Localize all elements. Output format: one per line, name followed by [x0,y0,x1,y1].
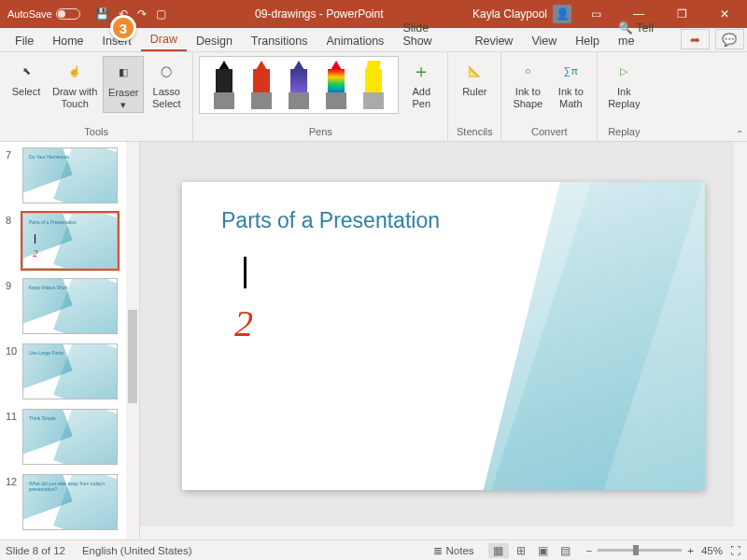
zoom-level[interactable]: 45% [701,545,723,556]
user-name[interactable]: Kayla Claypool [472,7,547,21]
group-tools: ⬉ Select ☝ Draw with Touch ◧ Eraser▾ ◯ L… [0,52,193,141]
tab-help[interactable]: Help [566,30,609,51]
group-replay: ▷ Ink Replay Replay [598,52,650,141]
eraser-icon: ◧ [110,59,136,85]
eraser-button[interactable]: ◧ Eraser▾ [103,56,144,113]
tab-design[interactable]: Design [187,30,242,51]
pen-black[interactable] [205,61,243,109]
plus-icon: ＋ [408,58,434,84]
thumb-number: 12 [6,474,22,530]
comments-button[interactable]: 💬 [715,29,744,49]
slide-thumbnails[interactable]: 7 Do Your Homework 8 Parts of a Presenta… [0,142,140,539]
ink-to-shape-button[interactable]: ○ Ink to Shape [507,56,548,111]
normal-view-icon[interactable]: ▦ [488,543,509,558]
tab-file[interactable]: File [6,30,43,51]
zoom-out-button[interactable]: − [586,545,593,556]
lasso-select-button[interactable]: ◯ Lasso Select [146,56,187,111]
close-icon[interactable]: ✕ [706,0,743,28]
pen-rainbow[interactable] [317,61,355,109]
user-avatar-icon[interactable]: 👤 [553,5,571,23]
ink-shape-icon: ○ [514,58,541,84]
thumbnail-slide[interactable]: 11 Think Simple [6,409,139,465]
tab-review[interactable]: Review [465,30,522,51]
pen-red[interactable] [243,61,280,109]
tab-view[interactable]: View [522,30,566,51]
ribbon: ⬉ Select ☝ Draw with Touch ◧ Eraser▾ ◯ L… [0,52,747,142]
share-button[interactable]: ➦ [681,29,710,49]
add-pen-button[interactable]: ＋ Add Pen [401,56,442,111]
ink-math-icon: ∑π [557,58,584,84]
thumbnail-scrollbar[interactable] [126,142,139,539]
play-icon: ▷ [611,58,637,84]
toggle-off-icon [56,8,80,20]
tell-me[interactable]: 🔍 Tell me [609,16,678,51]
thumb-number: 10 [6,343,22,399]
start-slideshow-icon[interactable]: ▢ [156,7,166,21]
autosave-toggle[interactable]: AutoSave [7,8,80,20]
tab-home[interactable]: Home [43,30,92,51]
group-label-stencils: Stencils [454,126,495,139]
zoom-in-button[interactable]: + [687,545,694,556]
cursor-icon: ⬉ [13,58,39,84]
touch-icon: ☝ [62,58,88,84]
status-bar: Slide 8 of 12 English (United States) ≣ … [0,539,747,560]
ruler-icon: 📐 [461,58,487,84]
thumbnail-slide[interactable]: 9 Keep Videos Short [6,278,139,334]
slide-counter[interactable]: Slide 8 of 12 [6,545,65,556]
ink-stroke-2[interactable]: 2 [234,301,253,345]
lasso-icon: ◯ [153,58,179,84]
notes-button[interactable]: ≣ Notes [433,544,473,557]
sorter-view-icon[interactable]: ⊞ [511,543,531,558]
group-convert: ○ Ink to Shape ∑π Ink to Math Convert [501,52,598,141]
autosave-label: AutoSave [7,8,52,20]
slideshow-view-icon[interactable]: ▤ [556,543,576,558]
thumbnail-slide[interactable]: 8 Parts of a Presentation 2 [6,213,139,269]
tab-transitions[interactable]: Transitions [242,30,317,51]
select-button[interactable]: ⬉ Select [6,56,47,100]
tab-slideshow[interactable]: Slide Show [393,17,465,51]
ink-to-math-button[interactable]: ∑π Ink to Math [550,56,591,111]
slide-title[interactable]: Parts of a Presentation [221,208,440,233]
workspace: 7 Do Your Homework 8 Parts of a Presenta… [0,142,747,539]
thumb-number: 11 [6,409,22,465]
thumb-number: 8 [6,213,22,269]
group-pens: ＋ Add Pen Pens [193,52,448,141]
thumbnail-slide[interactable]: 12 What did you take away from today's p… [6,474,139,530]
canvas-scrollbar-horizontal[interactable] [140,526,734,539]
ink-stroke-1[interactable] [244,257,247,288]
thumb-number: 7 [6,147,22,203]
tab-draw[interactable]: Draw [141,28,187,51]
reading-view-icon[interactable]: ▣ [533,543,554,558]
fit-to-window-icon[interactable]: ⛶ [730,545,741,556]
group-stencils: 📐 Ruler Stencils [448,52,501,141]
save-icon[interactable]: 💾 [95,7,109,21]
redo-icon[interactable]: ↷ [137,7,147,21]
pens-gallery[interactable] [199,56,399,114]
thumb-number: 9 [6,278,22,334]
main-slide[interactable]: Parts of a Presentation 2 [182,182,705,490]
draw-with-touch-button[interactable]: ☝ Draw with Touch [49,56,101,111]
thumbnail-slide[interactable]: 7 Do Your Homework [6,147,139,203]
ink-replay-button[interactable]: ▷ Ink Replay [603,56,644,111]
tab-animations[interactable]: Animations [317,30,394,51]
collapse-ribbon-icon[interactable]: ⌃ [736,129,743,139]
group-label-pens: Pens [199,126,442,139]
zoom-slider[interactable] [598,549,682,552]
highlighter-yellow[interactable] [355,61,392,109]
group-label-convert: Convert [507,126,591,139]
pen-galaxy[interactable] [280,61,317,109]
ruler-button[interactable]: 📐 Ruler [454,56,495,100]
language-status[interactable]: English (United States) [82,545,192,556]
step-badge: 3 [110,15,136,41]
slide-canvas-area: Parts of a Presentation 2 [140,142,747,539]
thumbnail-slide[interactable]: 10 Use Large Fonts [6,343,139,399]
group-label-replay: Replay [603,126,644,139]
canvas-scrollbar-vertical[interactable] [734,142,747,539]
group-label-tools: Tools [6,126,187,139]
